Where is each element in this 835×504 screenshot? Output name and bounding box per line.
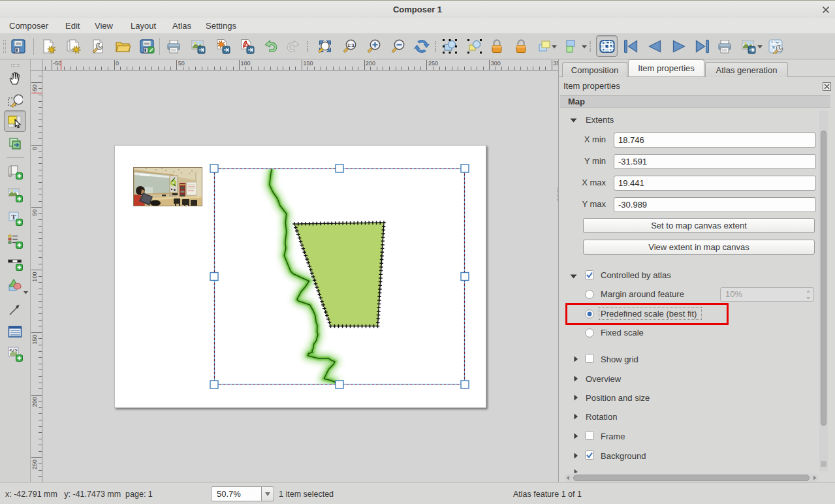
svg-text:0: 0	[116, 60, 119, 67]
svg-text:150: 150	[303, 60, 313, 67]
svg-text:100: 100	[241, 60, 251, 67]
svg-text:1:1: 1:1	[347, 42, 354, 48]
svg-text:T: T	[11, 213, 16, 221]
svg-text:150: 150	[31, 334, 38, 344]
svg-text:0: 0	[31, 147, 38, 150]
svg-text:50: 50	[178, 60, 185, 67]
svg-text:250: 250	[31, 460, 38, 469]
svg-text:50: 50	[31, 210, 38, 216]
svg-text:-50: -50	[53, 60, 61, 67]
svg-text:200: 200	[31, 397, 38, 407]
svg-text:100: 100	[31, 272, 38, 282]
svg-text:250: 250	[428, 60, 438, 67]
svg-text:350: 350	[554, 60, 559, 67]
svg-text:200: 200	[366, 60, 375, 67]
svg-text:</>: </>	[9, 348, 18, 353]
svg-text:300: 300	[491, 60, 501, 67]
svg-text:-50: -50	[31, 84, 38, 93]
